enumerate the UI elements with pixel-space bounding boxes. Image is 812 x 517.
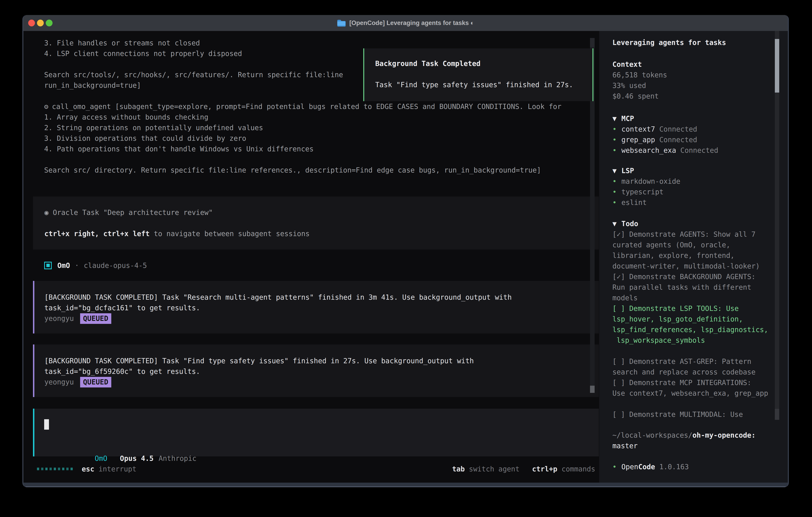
workspace-path: ~/local-workspaces/oh-my-opencode: [612, 430, 788, 441]
lsp-item: •typescript [612, 187, 788, 197]
agent-model: claude-opus-4-5 [84, 262, 147, 270]
spinner-dots-icon [37, 468, 73, 470]
bullet-icon: • [612, 177, 617, 185]
terminal-line: 3. Division operations that could divide… [44, 133, 599, 144]
tab-label: switch agent [469, 465, 520, 473]
todo-done-line: [✓] Demonstrate AGENTS: Show all 7 [612, 229, 788, 240]
titlebar[interactable]: [OpenCode] Leveraging agents for tasks ◐ [23, 15, 788, 31]
background-task-notification: Background Task Completed Task "Find typ… [363, 48, 593, 101]
terminal-line: 2. String operations on potentially unde… [44, 123, 599, 133]
todo-active-line: lsp_find_references, lsp_diagnostics, [612, 324, 788, 335]
card-meta: yeongyuQUEUED [45, 377, 599, 387]
session-title: Leveraging agents for tasks [612, 37, 788, 48]
tab-key: tab [452, 465, 465, 473]
card-line: task_id="bg_dcfac161" to get results. [45, 303, 599, 313]
sidebar-scrollbar-cap[interactable] [775, 409, 779, 420]
gear-icon: ⚙ [44, 103, 48, 111]
todo-done-line: models [612, 293, 788, 303]
card-line: [BACKGROUND TASK COMPLETED] Task "Resear… [45, 292, 599, 303]
status-badge: QUEUED [80, 313, 111, 324]
agent-header: OmO · claude-opus-4-5 [44, 260, 147, 271]
todo-pending-line: search and replace across codebase [612, 367, 788, 377]
agent-name: OmO [57, 262, 70, 270]
author-name: yeongyu [45, 378, 74, 386]
oracle-task-box: ◉ Oracle Task "Deep architecture review"… [33, 196, 599, 249]
esc-label: interrupt [98, 465, 137, 473]
ctrlp-label: commands [561, 465, 595, 473]
window-title: [OpenCode] Leveraging agents for tasks ◐ [349, 19, 474, 27]
close-button[interactable] [28, 20, 35, 26]
todo-active-line: lsp_hover, lsp_goto_definition, [612, 314, 788, 324]
mcp-item: •context7 Connected [612, 124, 788, 135]
window-bottom-chrome [23, 483, 788, 487]
context-header: Context [612, 59, 788, 70]
bullet-icon: • [612, 125, 617, 133]
lsp-header[interactable]: ▼LSP [612, 166, 788, 176]
context-tokens: 66,518 tokens [612, 70, 788, 80]
oracle-task-icon: ◉ [45, 209, 49, 217]
bullet-icon: • [612, 198, 617, 207]
agent-checkbox-icon [44, 262, 52, 269]
todo-active-line: [ ] Demonstrate LSP TOOLS: Use [612, 303, 788, 314]
collapse-triangle-icon: ▼ [612, 167, 617, 175]
text-cursor [44, 419, 49, 430]
todo-header[interactable]: ▼Todo [612, 219, 788, 229]
terminal-line: 1. Array access without bounds checking [44, 112, 599, 123]
tool-call-line: ⚙call_omo_agent [subagent_type=explore, … [44, 101, 599, 112]
terminal-line: 4. Path operations that don't handle Win… [44, 144, 599, 154]
task-message-card: [BACKGROUND TASK COMPLETED] Task "Resear… [33, 281, 599, 333]
scrollbar-top-segment[interactable] [590, 38, 594, 47]
author-name: yeongyu [45, 315, 74, 323]
todo-pending-line: [ ] Demonstrate MCP INTEGRATIONS: [612, 377, 788, 388]
workspace-branch: master [612, 441, 788, 451]
oracle-task-hint: ctrl+x right, ctrl+x left to navigate be… [45, 228, 599, 239]
context-spent: $0.46 spent [612, 91, 788, 102]
oracle-task-title-line: ◉ Oracle Task "Deep architecture review" [45, 207, 599, 218]
sidebar-scrollbar-thumb[interactable] [775, 39, 779, 92]
status-badge: QUEUED [80, 377, 111, 387]
status-bar-right: tab switch agent ctrl+p commands [452, 465, 595, 473]
status-bar: esc interrupt tab switch agent ctrl+p co… [23, 464, 599, 474]
lsp-item: •markdown-oxide [612, 176, 788, 187]
todo-pending-line: [ ] Demonstrate MULTIMODAL: Use [612, 409, 788, 420]
ctrlp-key: ctrl+p [532, 465, 557, 473]
todo-pending-line: Use context7, websearch_exa, grep_app [612, 388, 788, 399]
bullet-icon: • [612, 146, 617, 154]
model-name: Opus 4.5 [120, 455, 154, 462]
mcp-item: •websearch_exa Connected [612, 145, 788, 156]
terminal-line: Search src/ directory. Return specific f… [44, 165, 599, 175]
model-row: OmOOpus 4.5Anthropic [44, 443, 196, 453]
folder-icon [337, 19, 346, 27]
collapse-triangle-icon: ▼ [612, 114, 617, 123]
prompt-input[interactable]: OmOOpus 4.5Anthropic [33, 409, 599, 456]
card-line: task_id="bg_6f59260c" to get results. [45, 366, 599, 377]
hint-keys: ctrl+x right, ctrl+x left [45, 230, 150, 238]
todo-done-line: [✓] Demonstrate BACKGROUND AGENTS: [612, 272, 788, 282]
bullet-icon: • [612, 463, 617, 471]
todo-done-line: librarian, explore, frontend, [612, 250, 788, 261]
collapse-triangle-icon: ▼ [612, 220, 617, 228]
todo-done-line: document-writer, multimodal-looker) [612, 261, 788, 272]
bullet-icon: • [612, 188, 617, 196]
model-agent: OmO [95, 455, 107, 462]
mcp-header[interactable]: ▼MCP [612, 113, 788, 124]
terminal-pane[interactable]: 3. File handles or streams not closed 4.… [23, 31, 599, 483]
version-line: •OpenCode 1.0.163 [612, 462, 788, 472]
traffic-lights [28, 15, 53, 31]
terminal-line: 3. File handles or streams not closed [44, 38, 599, 48]
zoom-button[interactable] [46, 20, 53, 26]
context-used: 33% used [612, 80, 788, 91]
sidebar: Leveraging agents for tasks Context 66,5… [599, 31, 788, 483]
agent-separator: · [75, 262, 79, 270]
esc-key: esc [82, 465, 94, 473]
scrollbar-thumb[interactable] [590, 386, 594, 393]
sidebar-scrollbar[interactable] [775, 31, 779, 420]
hint-text: to navigate between subagent sessions [150, 230, 310, 238]
window-title-group: [OpenCode] Leveraging agents for tasks ◐ [337, 19, 474, 27]
oracle-task-title: Oracle Task "Deep architecture review" [53, 209, 213, 217]
opencode-window: [OpenCode] Leveraging agents for tasks ◐… [22, 15, 789, 487]
tool-call-text: call_omo_agent [subagent_type=explore, p… [52, 103, 561, 111]
minimize-button[interactable] [37, 20, 44, 26]
todo-pending-line: [ ] Demonstrate AST-GREP: Pattern [612, 356, 788, 367]
bullet-icon: • [612, 136, 617, 144]
